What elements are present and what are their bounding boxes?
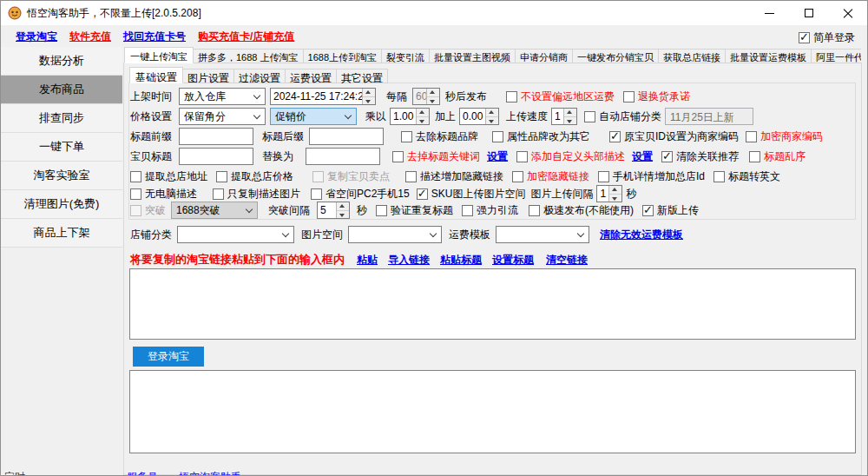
tab-pdd-1688-upload[interactable]: 拼多多，1688 上传淘宝 — [194, 49, 304, 63]
new-upload-checkbox[interactable]: 新版上传 — [642, 203, 699, 218]
tab-apply-distributor[interactable]: 申请分销商 — [516, 49, 573, 63]
copy-sellpoint-checkbox[interactable]: 复制宝贝卖点 — [312, 169, 390, 184]
tab-image-settings[interactable]: 图片设置 — [183, 69, 234, 83]
sidebar-item-data-analysis[interactable]: 数据分析 — [1, 47, 122, 76]
tab-basic-settings[interactable]: 基础设置 — [129, 67, 183, 83]
auto-category-checkbox[interactable]: 自动店铺分类 — [584, 109, 661, 124]
login-taobao-link[interactable]: 登录淘宝 — [16, 30, 57, 44]
buy-card-link[interactable]: 购买充值卡/店铺充值 — [198, 30, 294, 44]
maximize-button[interactable] — [789, 1, 828, 25]
checkbox-label: 加密隐藏链接 — [527, 169, 589, 184]
sidebar-item-clean-images[interactable]: 清理图片(免费) — [1, 190, 122, 219]
title-suffix-input[interactable] — [309, 128, 384, 145]
strong-traffic-checkbox[interactable]: 强力引流 — [462, 203, 518, 218]
checkbox-box — [713, 171, 725, 182]
upload-speed-input[interactable]: 1 — [551, 108, 577, 125]
paste-title-link[interactable]: 粘贴标题 — [440, 253, 482, 268]
sidebar-item-one-click-order[interactable]: 一键下单 — [1, 133, 122, 162]
shop-category-select[interactable] — [177, 226, 294, 243]
title-english-checkbox[interactable]: 标题转英文 — [713, 169, 780, 184]
login-taobao-button[interactable]: 登录淘宝 — [133, 347, 204, 367]
tab-fission-traffic[interactable]: 裂变引流 — [382, 49, 430, 63]
tab-other-settings[interactable]: 其它设置 — [337, 69, 388, 83]
checkbox-label: 提取总店地址 — [145, 169, 207, 184]
spinner-buttons[interactable] — [362, 89, 375, 104]
checkbox-label: 标题乱序 — [764, 149, 806, 164]
price-type-select[interactable]: 促销价 — [270, 108, 357, 125]
fast-publish-checkbox[interactable]: 极速发布(不能使用) — [529, 203, 634, 218]
result-output-textarea[interactable] — [129, 370, 856, 453]
tab-publish-distribution[interactable]: 一键发布分销宝贝 — [573, 49, 659, 63]
breakthrough-select[interactable]: 1688突破 — [171, 202, 258, 219]
tab-upload-taobao[interactable]: 一键上传淘宝 — [124, 47, 194, 63]
simple-login-checkbox[interactable]: 简单登录 — [799, 30, 855, 45]
tab-1688-to-taobao[interactable]: 1688上传到淘宝 — [304, 49, 382, 63]
encrypt-link-checkbox[interactable]: 加密隐藏链接 — [512, 169, 589, 184]
verify-dup-checkbox[interactable]: 验证重复标题 — [376, 203, 453, 218]
sku-img-checkbox[interactable]: SKU图上传图片空间 — [417, 187, 526, 202]
tab-filter-settings[interactable]: 过滤设置 — [234, 69, 286, 83]
sidebar-item-sync-check[interactable]: 排查同步 — [1, 104, 122, 133]
title-shuffle-checkbox[interactable]: 标题乱序 — [749, 149, 806, 164]
spinner-buttons[interactable] — [485, 109, 498, 124]
spinner-buttons[interactable] — [336, 202, 349, 218]
hidden-link-checkbox[interactable]: 描述增加隐藏链接 — [405, 169, 503, 184]
minimize-button[interactable] — [750, 1, 789, 25]
tab-batch-main-video[interactable]: 批量设置主图视频 — [430, 49, 516, 63]
price-keep-select[interactable]: 保留角分 — [179, 108, 266, 125]
encrypt-code-checkbox[interactable]: 加密商家编码 — [746, 129, 823, 144]
tab-get-store-links[interactable]: 获取总店链接 — [659, 49, 726, 63]
spinner-buttons[interactable] — [416, 109, 429, 124]
spinner-buttons[interactable] — [563, 109, 576, 124]
spinner-buttons[interactable] — [426, 89, 439, 104]
sidebar-item-publish-products[interactable]: 发布商品 — [1, 76, 122, 104]
save-space-checkbox[interactable]: 省空间PC2手机15 — [311, 187, 410, 202]
freight-template-select[interactable] — [496, 226, 589, 243]
import-links-link[interactable]: 导入链接 — [388, 253, 430, 268]
img-interval-input[interactable]: 1 — [596, 185, 622, 202]
copy-desc-img-checkbox[interactable]: 只复制描述图片 — [213, 187, 300, 202]
link-input-textarea[interactable] — [129, 268, 856, 340]
set-title-link[interactable]: 设置标题 — [492, 253, 534, 268]
shelf-datetime-input[interactable]: 2024-11-25 17:24:22 — [270, 88, 376, 105]
recover-card-link[interactable]: 找回充值卡号 — [123, 30, 186, 44]
item-title-input[interactable] — [179, 148, 253, 165]
paste-link[interactable]: 粘贴 — [357, 253, 378, 268]
remove-brand-checkbox[interactable]: 去除标题品牌 — [401, 129, 478, 144]
no-remote-freight-checkbox[interactable]: 不设置偏远地区运费 — [506, 89, 615, 104]
tab-batch-freight-template[interactable]: 批量设置运费模板 — [726, 49, 812, 63]
replace-input[interactable] — [306, 148, 380, 165]
return-promise-checkbox[interactable]: 退换货承诺 — [623, 89, 690, 104]
sidebar-item-shelf-on-off[interactable]: 商品上下架 — [1, 219, 122, 248]
close-button[interactable] — [828, 1, 867, 25]
plus-input[interactable]: 0.00 — [459, 108, 499, 125]
sidebar-item-taoke-lab[interactable]: 淘客实验室 — [1, 162, 122, 190]
tab-freight-settings[interactable]: 运费设置 — [286, 69, 337, 83]
clear-links-link[interactable]: 清空链接 — [546, 253, 588, 268]
remove-keyword-checkbox[interactable]: 去掉标题关键词 — [392, 149, 480, 164]
multiply-input[interactable]: 1.00 — [390, 108, 430, 125]
break-interval-input[interactable]: 5 — [317, 202, 350, 219]
set-keyword-link[interactable]: 设置 — [487, 149, 508, 164]
tab-ali-dropship[interactable]: 阿里一件代发 — [812, 49, 861, 63]
mobile-id-checkbox[interactable]: 手机详情增加总店Id — [598, 169, 705, 184]
image-space-select[interactable] — [348, 226, 442, 243]
shelf-mode-select[interactable]: 放入仓库 — [179, 88, 266, 105]
extract-price-checkbox[interactable]: 提取总店价格 — [216, 169, 293, 184]
bottom-clipped-text-right: 服务号——悟空淘客助手 — [127, 470, 241, 476]
clear-invalid-link[interactable]: 清除无效运费模板 — [600, 228, 683, 242]
software-recharge-link[interactable]: 软件充值 — [69, 30, 111, 44]
id-as-code-checkbox[interactable]: 原宝贝ID设置为商家编码 — [609, 129, 739, 144]
custom-head-checkbox[interactable]: 添加自定义头部描述 — [516, 149, 625, 164]
breakthrough-checkbox[interactable]: 突破 — [130, 203, 166, 218]
auto-category-input[interactable]: 11月25日上新 — [665, 108, 753, 125]
extract-address-checkbox[interactable]: 提取总店地址 — [130, 169, 207, 184]
no-pc-desc-checkbox[interactable]: 无电脑描述 — [130, 187, 197, 202]
checkbox-box — [130, 205, 141, 216]
attr-brand-checkbox[interactable]: 属性品牌改为其它 — [492, 129, 590, 144]
clear-related-checkbox[interactable]: 清除关联推荐 — [661, 149, 739, 164]
publish-interval-input[interactable]: 60 — [412, 88, 440, 105]
set-head-link[interactable]: 设置 — [632, 149, 653, 164]
title-prefix-input[interactable] — [179, 128, 253, 145]
spinner-buttons[interactable] — [608, 186, 621, 202]
